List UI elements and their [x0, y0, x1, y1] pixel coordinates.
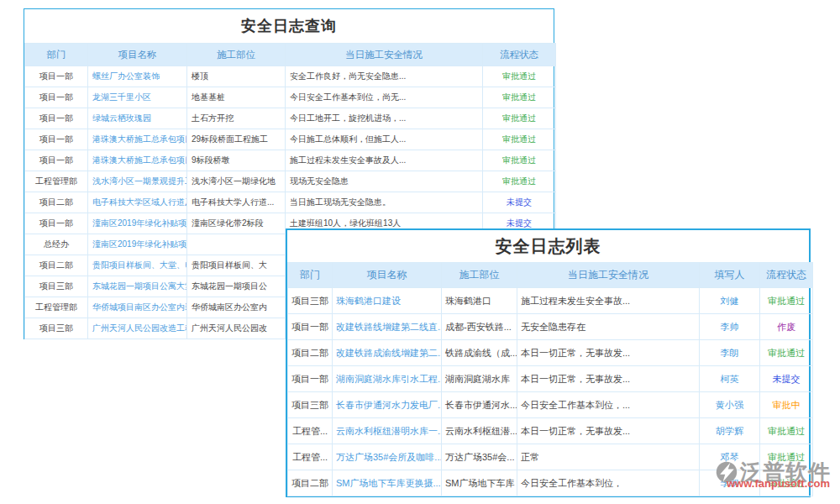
cell-dept: 项目三部 — [25, 318, 88, 339]
table-row[interactable]: 项目一部湖南洞庭湖水库引水工程...湖南洞庭湖水库本日一切正常，无事故发...柯… — [288, 366, 813, 392]
query-header-row: 部门项目名称施工部位当日施工安全情况流程状态 — [25, 44, 556, 66]
status-badge: 审批通过 — [483, 129, 556, 150]
cell-dept: 工程管... — [288, 418, 333, 444]
project-link[interactable]: 万达广场35#会所及咖啡... — [333, 444, 442, 470]
project-link[interactable]: 改建铁路成渝线增建第二... — [333, 340, 442, 366]
project-link[interactable]: 东城花园一期项目公寓大堂 装 — [88, 276, 187, 297]
cell-safety: 现场无安全隐患 — [286, 171, 483, 192]
cell-location: 云南水利枢纽潜... — [442, 418, 517, 444]
cell-location: 9标段桥墩 — [187, 150, 286, 171]
cell-dept: 项目一部 — [25, 129, 88, 150]
column-header-status: 流程状态 — [483, 44, 556, 66]
list-window-title: 安全日志列表 — [287, 230, 809, 262]
project-link[interactable]: 改建铁路线增建第二线直... — [333, 314, 442, 340]
table-row[interactable]: 项目一部螺丝厂办公室装饰楼顶安全工作良好，尚无安全隐患...审批通过 — [25, 66, 556, 87]
writer-link[interactable]: 刘健 — [700, 288, 760, 314]
cell-location: 潼南区绿化带2标段 — [187, 213, 286, 234]
project-link[interactable]: 螺丝厂办公室装饰 — [88, 66, 187, 87]
column-header-status: 流程状态 — [760, 263, 813, 288]
status-badge: 未提交 — [760, 366, 813, 392]
status-badge: 审批通过 — [483, 150, 556, 171]
column-header-dept: 部门 — [288, 263, 333, 288]
safety-log-list-window: 安全日志列表 部门项目名称施工部位当日施工安全情况填写人流程状态 项目三部珠海鹤… — [286, 228, 811, 497]
query-window-title: 安全日志查询 — [24, 9, 554, 43]
cell-location: SM广场地下车库 — [442, 470, 517, 496]
cell-location: 珠海鹤港口 — [442, 288, 517, 314]
table-row[interactable]: 项目三部珠海鹤港口建设珠海鹤港口施工过程未发生安全事故...刘健审批通过 — [288, 288, 813, 314]
cell-dept: 项目一部 — [25, 108, 88, 129]
table-row[interactable]: 项目一部港珠澳大桥施工总承包项目29标段桥面工程施工今日施工总体顺利，但施工人.… — [25, 129, 556, 150]
writer-link[interactable]: 李朗 — [700, 340, 760, 366]
project-link[interactable]: 广州天河人民公园改造工程 — [88, 318, 187, 339]
cell-location: 楼顶 — [187, 66, 286, 87]
project-link[interactable]: 绿城云栖玫瑰园 — [88, 108, 187, 129]
cell-location: 贵阳项目样板间、大 — [187, 255, 286, 276]
project-link[interactable]: 潼南区2019年绿化补贴项目-城 — [88, 213, 187, 234]
status-badge: 审批通过 — [760, 418, 813, 444]
column-header-location: 施工部位 — [442, 263, 517, 288]
cell-dept: 项目二部 — [25, 192, 88, 213]
table-row[interactable]: 项目一部港珠澳大桥施工总承包项目9标段桥墩施工过程未发生安全事故及人...审批通… — [25, 150, 556, 171]
status-badge: 作废 — [760, 314, 813, 340]
cell-location: 广州天河人民公园改 — [187, 318, 286, 339]
project-link[interactable]: SM广场地下车库更换摄... — [333, 470, 442, 496]
writer-link[interactable]: 黄小强 — [700, 392, 760, 418]
project-link[interactable]: 潼南区2019年绿化补贴项目-城 — [88, 234, 187, 255]
project-link[interactable]: 港珠澳大桥施工总承包项目 — [88, 129, 187, 150]
cell-safety: 正常 — [517, 444, 700, 470]
cell-location: 成都-西安铁路... — [442, 314, 517, 340]
cell-location: 铁路成渝线（成... — [442, 340, 517, 366]
cell-dept: 工程管理部 — [25, 297, 88, 318]
column-header-project: 项目名称 — [333, 263, 442, 288]
table-row[interactable]: 项目一部龙湖三千里小区地基基桩今日安全工作基本到位，尚无...审批通过 — [25, 87, 556, 108]
status-badge: 审批通过 — [483, 66, 556, 87]
writer-link[interactable]: 李帅 — [700, 314, 760, 340]
status-badge: 审批通过 — [760, 340, 813, 366]
list-header-row: 部门项目名称施工部位当日施工安全情况填写人流程状态 — [288, 263, 813, 288]
cell-dept: 项目一部 — [288, 314, 333, 340]
project-link[interactable]: 浅水湾小区一期景观提升工程 — [88, 171, 187, 192]
table-row[interactable]: 工程管理部浅水湾小区一期景观提升工程浅水湾小区一期绿化地现场无安全隐患审批通过 — [25, 171, 556, 192]
watermark: 泛普软件 www.fanpusoft.com — [715, 460, 831, 489]
cell-dept: 总经办 — [25, 234, 88, 255]
cell-safety: 施工过程未发生安全事故... — [517, 288, 700, 314]
table-row[interactable]: 项目一部绿城云栖玫瑰园土石方开挖今日工地开工，旋挖机进场，...审批通过 — [25, 108, 556, 129]
cell-dept: 项目一部 — [25, 66, 88, 87]
project-link[interactable]: 云南水利枢纽潜明水库一... — [333, 418, 442, 444]
project-link[interactable]: 华侨城项目南区办公室内装修 — [88, 297, 187, 318]
cell-location: 万达广场35#会... — [442, 444, 517, 470]
cell-location: 长春市伊通河水... — [442, 392, 517, 418]
column-header-location: 施工部位 — [187, 44, 286, 66]
cell-safety: 本日一切正常，无事故发... — [517, 366, 700, 392]
cell-location: 东城花园一期项目公 — [187, 276, 286, 297]
status-badge: 审批通过 — [483, 87, 556, 108]
table-row[interactable]: 项目三部长春市伊通河水力发电厂...长春市伊通河水...今日安全工作基本到位，.… — [288, 392, 813, 418]
watermark-url: www.fanpusoft.com — [727, 478, 831, 489]
cell-safety: 本日一切正常，无事故发... — [517, 340, 700, 366]
cell-safety: 今日安全工作基本到位，尚无... — [286, 87, 483, 108]
table-row[interactable]: 工程管...云南水利枢纽潜明水库一...云南水利枢纽潜...本日一切正常，无事故… — [288, 418, 813, 444]
project-link[interactable]: 长春市伊通河水力发电厂... — [333, 392, 442, 418]
table-row[interactable]: 项目二部电子科技大学区域人行道及非电子科技大学人行道...当日施工现场无安全隐患… — [25, 192, 556, 213]
cell-safety: 无安全隐患存在 — [517, 314, 700, 340]
status-badge: 审批中 — [760, 392, 813, 418]
project-link[interactable]: 珠海鹤港口建设 — [333, 288, 442, 314]
status-badge: 未提交 — [483, 192, 556, 213]
table-row[interactable]: 项目二部改建铁路成渝线增建第二...铁路成渝线（成...本日一切正常，无事故发.… — [288, 340, 813, 366]
cell-dept: 项目三部 — [25, 276, 88, 297]
status-badge: 审批通过 — [483, 171, 556, 192]
column-header-writer: 填写人 — [700, 263, 760, 288]
project-link[interactable]: 龙湖三千里小区 — [88, 87, 187, 108]
cell-location: 29标段桥面工程施工 — [187, 129, 286, 150]
project-link[interactable]: 港珠澳大桥施工总承包项目 — [88, 150, 187, 171]
cell-dept: 项目三部 — [288, 288, 333, 314]
cell-safety: 今日工地开工，旋挖机进场，... — [286, 108, 483, 129]
project-link[interactable]: 贵阳项目样板间、大堂、电梯 — [88, 255, 187, 276]
writer-link[interactable]: 胡学辉 — [700, 418, 760, 444]
project-link[interactable]: 电子科技大学区域人行道及非 — [88, 192, 187, 213]
project-link[interactable]: 湖南洞庭湖水库引水工程... — [333, 366, 442, 392]
cell-safety: 今日安全工作基本到位，... — [517, 392, 700, 418]
writer-link[interactable]: 柯英 — [700, 366, 760, 392]
cell-safety: 今日安全工作基本到位， — [517, 470, 700, 496]
table-row[interactable]: 项目一部改建铁路线增建第二线直...成都-西安铁路...无安全隐患存在李帅作废 — [288, 314, 813, 340]
